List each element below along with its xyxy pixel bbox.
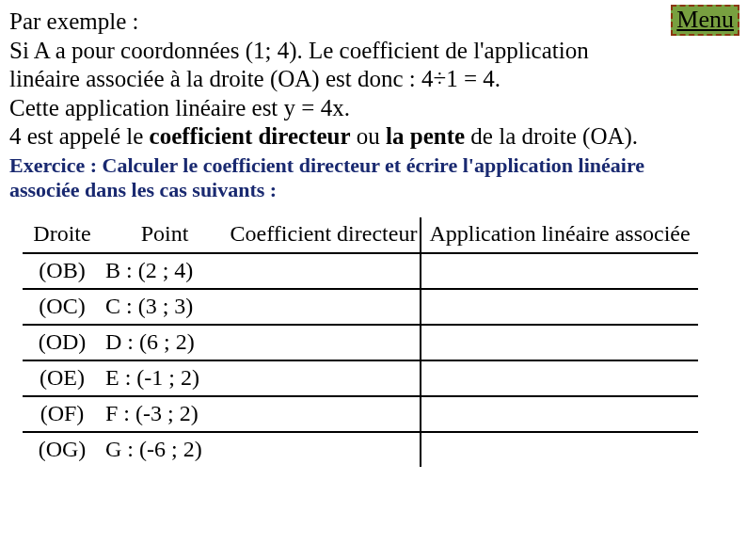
cell-app (421, 396, 698, 432)
table-row: (OG) G : (-6 ; 2) (23, 432, 698, 467)
cell-coef (228, 289, 421, 325)
table-row: (OD) D : (6 ; 2) (23, 325, 698, 360)
cell-coef (228, 432, 421, 467)
menu-button[interactable]: Menu (671, 5, 739, 36)
cell-app (421, 289, 698, 325)
cell-droite: (OD) (23, 325, 102, 360)
example-paragraph: Par exemple : Si A a pour coordonnées (1… (0, 0, 747, 152)
text-la-pente: la pente (386, 123, 465, 149)
cell-droite: (OE) (23, 360, 102, 396)
text-line3: linéaire associée à la droite (OA) est d… (9, 66, 501, 91)
table-row: (OE) E : (-1 ; 2) (23, 360, 698, 396)
text-line4: Cette application linéaire est y = 4x. (9, 95, 350, 120)
table-row: (OF) F : (-3 ; 2) (23, 396, 698, 432)
exercise-prompt: Exercice : Calculer le coefficient direc… (0, 152, 747, 203)
cell-droite: (OF) (23, 396, 102, 432)
cell-coef (228, 396, 421, 432)
th-point: Point (102, 217, 228, 253)
text-line2: Si A a pour coordonnées (1; 4). Le coeff… (9, 38, 589, 63)
cell-app (421, 253, 698, 289)
th-app: Application linéaire associée (421, 217, 698, 253)
cell-coef (228, 325, 421, 360)
cell-app (421, 325, 698, 360)
cell-point: D : (6 ; 2) (102, 325, 228, 360)
table-row: (OC) C : (3 ; 3) (23, 289, 698, 325)
cell-point: F : (-3 ; 2) (102, 396, 228, 432)
cell-droite: (OC) (23, 289, 102, 325)
exercise-line1: Exercice : Calculer le coefficient direc… (9, 153, 644, 177)
cell-point: B : (2 ; 4) (102, 253, 228, 289)
table-row: (OB) B : (2 ; 4) (23, 253, 698, 289)
text-line1: Par exemple : (9, 8, 138, 34)
cell-point: E : (-1 ; 2) (102, 360, 228, 396)
cell-coef (228, 253, 421, 289)
th-droite: Droite (23, 217, 102, 253)
text-line5e: de la droite (OA). (465, 123, 638, 149)
th-coef: Coefficient directeur (228, 217, 421, 253)
cell-app (421, 432, 698, 467)
exercise-table-container: Droite Point Coefficient directeur Appli… (23, 217, 698, 467)
exercise-line2: associée dans les cas suivants : (9, 178, 277, 201)
text-line5c: ou (351, 123, 387, 149)
cell-droite: (OB) (23, 253, 102, 289)
cell-droite: (OG) (23, 432, 102, 467)
exercise-table: Droite Point Coefficient directeur Appli… (23, 217, 698, 467)
cell-point: G : (-6 ; 2) (102, 432, 228, 467)
cell-point: C : (3 ; 3) (102, 289, 228, 325)
cell-app (421, 360, 698, 396)
text-line5a: 4 est appelé le (9, 123, 150, 149)
text-coefficient-directeur: coefficient directeur (150, 123, 351, 149)
cell-coef (228, 360, 421, 396)
